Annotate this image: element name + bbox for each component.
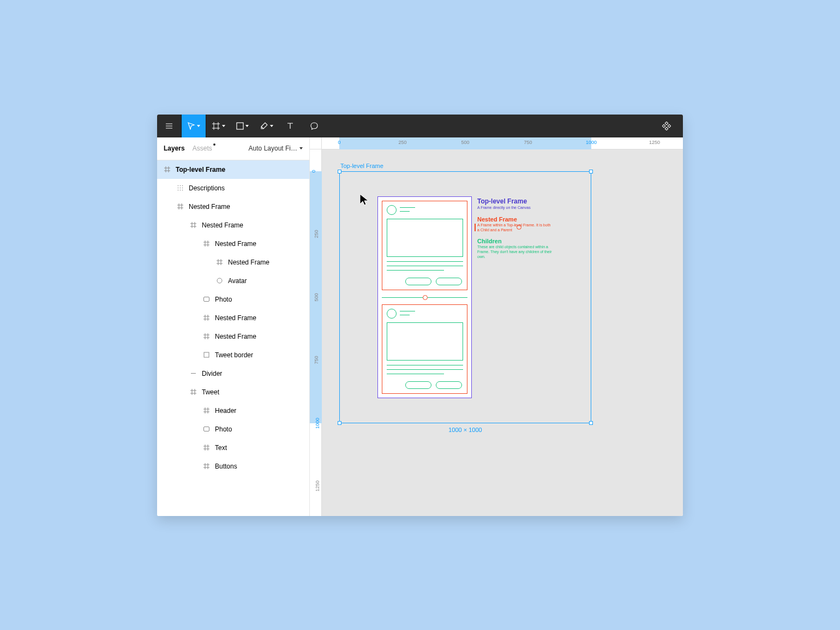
image-icon [202, 425, 211, 434]
frame-icon [202, 443, 211, 452]
layer-label: Avatar [228, 277, 247, 285]
frame-label[interactable]: Top-level Frame [340, 163, 383, 169]
tab-layers[interactable]: Layers [164, 145, 185, 152]
layer-item[interactable]: Nested Frame [157, 235, 309, 253]
frame-icon [189, 388, 197, 397]
cursor-icon [359, 193, 372, 208]
layer-item[interactable]: Text [157, 439, 309, 457]
layer-label: Buttons [215, 463, 237, 470]
layer-item[interactable]: Photo [157, 290, 309, 309]
svg-point-24 [177, 190, 178, 191]
menu-button[interactable] [157, 115, 181, 137]
layer-item[interactable]: Descriptions [157, 179, 309, 197]
layer-label: Nested Frame [202, 221, 243, 229]
canvas-area[interactable]: 0 250 500 750 1000 1250 0 250 500 750 10… [310, 137, 683, 516]
layer-label: Divider [202, 370, 222, 377]
layer-label: Descriptions [189, 184, 225, 192]
frame-icon [176, 202, 184, 211]
layer-item[interactable]: Buttons [157, 457, 309, 476]
layer-item[interactable]: Nested Frame [157, 253, 309, 272]
svg-point-19 [179, 185, 181, 187]
layer-label: Photo [215, 425, 232, 433]
svg-rect-13 [665, 127, 668, 130]
layer-label: Header [215, 407, 236, 415]
annotation-children: Children These are child objects contain… [477, 238, 554, 260]
svg-point-21 [177, 188, 178, 189]
layer-label: Nested Frame [215, 240, 256, 248]
layer-item[interactable]: Divider [157, 364, 309, 383]
svg-rect-63 [203, 427, 209, 431]
layer-item[interactable]: Nested Frame [157, 309, 309, 327]
group-icon [176, 184, 184, 193]
frame-tool[interactable] [206, 115, 230, 137]
tab-assets[interactable]: Assets [193, 145, 212, 152]
svg-rect-44 [203, 297, 209, 302]
ruler-corner [310, 137, 322, 149]
annotation-top-frame: Top-level Frame A Frame directly on the … [477, 197, 531, 211]
svg-point-22 [179, 188, 181, 189]
frame-icon [202, 314, 211, 322]
svg-rect-7 [237, 123, 243, 129]
layer-item[interactable]: Tweet [157, 383, 309, 401]
app-window: Layers Assets Auto Layout Fi… Top-level … [157, 115, 683, 516]
move-tool[interactable] [182, 115, 206, 137]
svg-rect-10 [665, 122, 668, 125]
layer-label: Tweet [202, 388, 219, 396]
mock-card-2 [382, 304, 467, 394]
layer-item[interactable]: Avatar [157, 272, 309, 290]
layer-label: Nested Frame [189, 203, 230, 211]
line-icon [189, 369, 197, 378]
pen-tool[interactable] [254, 115, 278, 137]
svg-point-18 [177, 185, 178, 187]
frame-icon [202, 239, 211, 248]
svg-point-43 [217, 278, 222, 283]
top-toolbar [157, 115, 683, 137]
svg-point-26 [182, 190, 183, 191]
layer-item[interactable]: Top-level Frame [157, 160, 309, 179]
svg-rect-53 [204, 352, 209, 357]
layer-item[interactable]: Tweet border [157, 346, 309, 364]
ruler-vertical: 0 250 500 750 1000 1250 [310, 149, 322, 516]
selection-dimensions: 1000 × 1000 [339, 427, 591, 433]
ellipse-icon [215, 277, 224, 285]
layer-label: Text [215, 444, 227, 452]
layers-panel: Top-level FrameDescriptionsNested FrameN… [157, 160, 309, 516]
text-tool[interactable] [278, 115, 302, 137]
left-sidebar: Layers Assets Auto Layout Fi… Top-level … [157, 137, 310, 516]
mock-card-1 [382, 201, 467, 290]
frame-icon [202, 462, 211, 471]
frame-icon [202, 332, 211, 341]
components-button[interactable] [655, 115, 679, 137]
layer-item[interactable]: Nested Frame [157, 216, 309, 235]
layer-label: Photo [215, 296, 232, 303]
layer-label: Tweet border [215, 351, 253, 359]
layer-item[interactable]: Photo [157, 420, 309, 439]
layer-label: Nested Frame [215, 333, 256, 340]
svg-rect-12 [668, 124, 671, 128]
frame-icon [215, 258, 224, 267]
svg-point-20 [182, 185, 183, 187]
annotation-nested-frame: Nested Frame A Frame within a Top-level … [477, 216, 554, 233]
image-icon [202, 295, 211, 304]
ruler-horizontal: 0 250 500 750 1000 1250 [322, 137, 683, 149]
layer-label: Top-level Frame [176, 166, 225, 173]
shape-tool[interactable] [230, 115, 254, 137]
frame-icon [189, 221, 197, 230]
page-selector[interactable]: Auto Layout Fi… [249, 145, 303, 152]
rect-icon [202, 351, 211, 359]
frame-icon [163, 165, 171, 174]
svg-rect-11 [662, 124, 665, 128]
layer-item[interactable]: Nested Frame [157, 197, 309, 216]
mock-top-frame [377, 196, 472, 398]
layer-label: Nested Frame [215, 314, 256, 322]
comment-tool[interactable] [302, 115, 326, 137]
svg-point-25 [179, 190, 181, 191]
frame-icon [202, 406, 211, 415]
layer-item[interactable]: Header [157, 401, 309, 420]
layer-item[interactable]: Nested Frame [157, 327, 309, 346]
svg-point-23 [182, 188, 183, 189]
layer-label: Nested Frame [228, 259, 269, 266]
